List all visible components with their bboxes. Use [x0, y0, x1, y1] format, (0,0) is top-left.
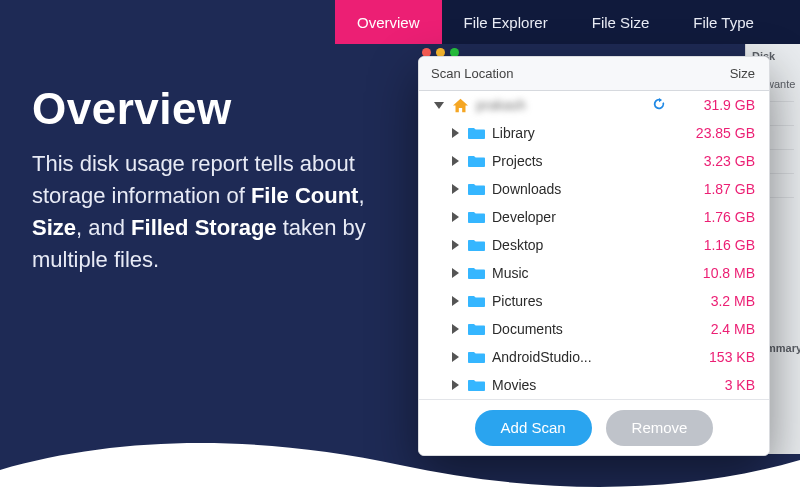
svg-marker-7 — [452, 296, 459, 306]
svg-marker-1 — [452, 128, 459, 138]
tab-overview[interactable]: Overview — [335, 0, 442, 44]
table-row[interactable]: Projects 3.23 GB — [419, 147, 769, 175]
hero-title: Overview — [32, 84, 402, 134]
item-size: 10.8 MB — [674, 265, 769, 281]
item-size: 1.76 GB — [674, 209, 769, 225]
hero-bold: File Count — [251, 183, 359, 208]
table-row[interactable]: Desktop 1.16 GB — [419, 231, 769, 259]
column-header-size[interactable]: Size — [674, 66, 769, 81]
table-row[interactable]: Music 10.8 MB — [419, 259, 769, 287]
disclosure-right-icon[interactable] — [449, 239, 461, 251]
folder-icon — [467, 208, 485, 226]
disclosure-right-icon[interactable] — [449, 295, 461, 307]
hero-bold: Size — [32, 215, 76, 240]
folder-icon — [467, 180, 485, 198]
item-size: 3.2 MB — [674, 293, 769, 309]
item-name: Documents — [492, 321, 674, 337]
decorative-wave — [0, 430, 800, 500]
disclosure-right-icon[interactable] — [449, 267, 461, 279]
hero-text: , and — [76, 215, 131, 240]
svg-marker-6 — [452, 268, 459, 278]
root-name: prakash — [476, 97, 652, 113]
svg-marker-9 — [452, 352, 459, 362]
refresh-icon[interactable] — [652, 97, 668, 113]
svg-marker-10 — [452, 380, 459, 390]
svg-marker-2 — [452, 156, 459, 166]
table-row[interactable]: AndroidStudio... 153 KB — [419, 343, 769, 371]
scan-rows: prakash 31.9 GB Library 23.85 GB Project… — [419, 91, 769, 401]
tab-file-type[interactable]: File Type — [671, 0, 776, 44]
item-size: 2.4 MB — [674, 321, 769, 337]
folder-icon — [467, 292, 485, 310]
item-name: Movies — [492, 377, 674, 393]
disclosure-right-icon[interactable] — [449, 379, 461, 391]
item-size: 3.23 GB — [674, 153, 769, 169]
item-size: 1.16 GB — [674, 237, 769, 253]
folder-icon — [467, 348, 485, 366]
item-name: Music — [492, 265, 674, 281]
item-name: Desktop — [492, 237, 674, 253]
tab-file-size[interactable]: File Size — [570, 0, 672, 44]
column-header-location[interactable]: Scan Location — [419, 66, 674, 81]
item-size: 3 KB — [674, 377, 769, 393]
item-name: Developer — [492, 209, 674, 225]
table-row[interactable]: Developer 1.76 GB — [419, 203, 769, 231]
item-name: Library — [492, 125, 674, 141]
disclosure-right-icon[interactable] — [449, 323, 461, 335]
item-size: 23.85 GB — [674, 125, 769, 141]
hero-body: This disk usage report tells about stora… — [32, 148, 402, 276]
item-size: 1.87 GB — [674, 181, 769, 197]
folder-icon — [467, 264, 485, 282]
item-name: Downloads — [492, 181, 674, 197]
svg-marker-0 — [434, 102, 444, 109]
table-row[interactable]: Movies 3 KB — [419, 371, 769, 399]
item-name: AndroidStudio... — [492, 349, 674, 365]
folder-icon — [467, 236, 485, 254]
disclosure-right-icon[interactable] — [449, 127, 461, 139]
folder-icon — [467, 376, 485, 394]
promo-stage: Disk Dis Unwante Summary Overview File E… — [0, 0, 800, 500]
panel-header: Scan Location Size — [419, 57, 769, 91]
tab-bar: Overview File Explorer File Size File Ty… — [335, 0, 800, 44]
folder-icon — [467, 124, 485, 142]
tab-file-explorer[interactable]: File Explorer — [442, 0, 570, 44]
svg-marker-3 — [452, 184, 459, 194]
hero-bold: Filled Storage — [131, 215, 276, 240]
disclosure-right-icon[interactable] — [449, 155, 461, 167]
disclosure-right-icon[interactable] — [449, 183, 461, 195]
table-row[interactable]: Documents 2.4 MB — [419, 315, 769, 343]
disclosure-right-icon[interactable] — [449, 351, 461, 363]
disclosure-down-icon[interactable] — [433, 99, 445, 111]
scan-panel: Scan Location Size prakash 31.9 GB — [418, 56, 770, 456]
hero-text: , — [358, 183, 364, 208]
folder-icon — [467, 320, 485, 338]
table-row[interactable]: Downloads 1.87 GB — [419, 175, 769, 203]
item-name: Projects — [492, 153, 674, 169]
table-row[interactable]: Library 23.85 GB — [419, 119, 769, 147]
disclosure-right-icon[interactable] — [449, 211, 461, 223]
svg-marker-5 — [452, 240, 459, 250]
folder-icon — [467, 152, 485, 170]
home-icon — [451, 96, 469, 114]
item-name: Pictures — [492, 293, 674, 309]
scan-root-row[interactable]: prakash 31.9 GB — [419, 91, 769, 119]
svg-marker-8 — [452, 324, 459, 334]
root-size: 31.9 GB — [674, 97, 769, 113]
svg-marker-4 — [452, 212, 459, 222]
table-row[interactable]: Pictures 3.2 MB — [419, 287, 769, 315]
item-size: 153 KB — [674, 349, 769, 365]
hero-copy: Overview This disk usage report tells ab… — [32, 84, 402, 276]
